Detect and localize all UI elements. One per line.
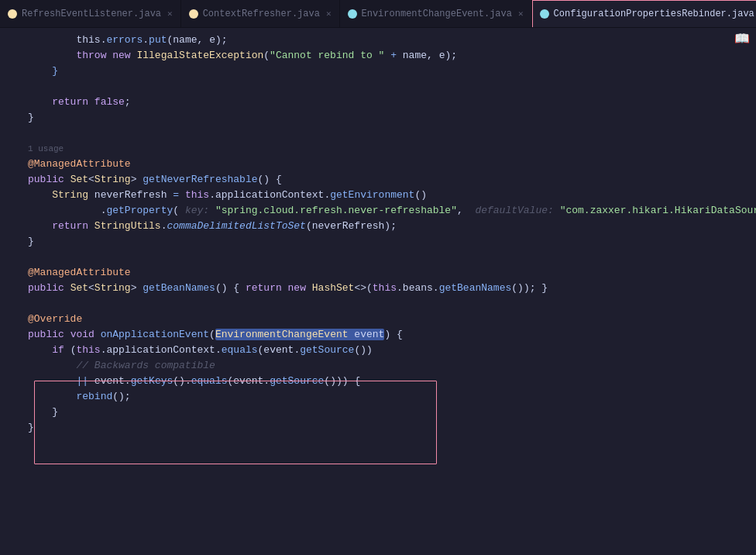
- code-line: public Set<String> getNeverRefreshable()…: [0, 172, 756, 188]
- code-line: [0, 250, 756, 265]
- usage-indicator: 1 usage: [0, 141, 756, 157]
- code-line-or: || event.getKeys().equals(event.getSourc…: [0, 374, 756, 389]
- code-line: this.errors.put(name, e);: [0, 33, 756, 48]
- tab-close-2[interactable]: ✕: [326, 9, 332, 19]
- tab-refresh-event-listener[interactable]: RefreshEventListener.java ✕: [0, 0, 181, 28]
- tab-configuration-properties-rebinder[interactable]: ConfigurationPropertiesRebinder.java ✕: [532, 0, 756, 28]
- tab-label-4: ConfigurationPropertiesRebinder.java: [554, 9, 754, 19]
- tab-icon-4: [540, 9, 549, 19]
- tab-environment-change-event[interactable]: EnvironmentChangeEvent.java ✕: [340, 0, 532, 28]
- code-line: .getProperty( key: "spring.cloud.refresh…: [0, 203, 756, 219]
- editor-container: 📖 this.errors.put(name, e); throw new Il…: [0, 28, 756, 555]
- code-line-comment: // Backwards compatible: [0, 358, 756, 374]
- code-line-if: if (this.applicationContext.equals(event…: [0, 343, 756, 358]
- code-line: }: [0, 110, 756, 126]
- reader-mode-icon[interactable]: 📖: [734, 31, 750, 47]
- code-line: [0, 126, 756, 141]
- code-line: [0, 79, 756, 95]
- code-line-close2: }: [0, 420, 756, 436]
- code-line: String neverRefresh = this.applicationCo…: [0, 188, 756, 203]
- tab-icon-3: [348, 9, 357, 19]
- code-line-getbeannames: public Set<String> getBeanNames() { retu…: [0, 281, 756, 296]
- code-line-rebind: rebind();: [0, 389, 756, 405]
- code-line: return StringUtils.commaDelimitedListToS…: [0, 219, 756, 234]
- tab-context-refresher[interactable]: ContextRefresher.java ✕: [181, 0, 340, 28]
- tab-icon-2: [189, 9, 198, 19]
- tab-label-1: RefreshEventListener.java: [22, 9, 161, 19]
- code-line-annotation2: @ManagedAttribute: [0, 265, 756, 281]
- code-line: return false;: [0, 95, 756, 110]
- code-line-close1: }: [0, 405, 756, 420]
- code-line-override: @Override: [0, 312, 756, 327]
- tab-label-3: EnvironmentChangeEvent.java: [362, 9, 512, 19]
- tab-bar: RefreshEventListener.java ✕ ContextRefre…: [0, 0, 756, 28]
- tab-label-2: ContextRefresher.java: [203, 9, 320, 19]
- code-line-onappevent: public void onApplicationEvent(Environme…: [0, 327, 756, 343]
- code-line: }: [0, 234, 756, 250]
- code-line: [0, 296, 756, 312]
- code-line: }: [0, 64, 756, 79]
- code-line: @ManagedAttribute: [0, 157, 756, 172]
- tab-icon-1: [8, 9, 17, 19]
- tab-close-3[interactable]: ✕: [518, 9, 524, 19]
- code-line: throw new IllegalStateException("Cannot …: [0, 48, 756, 64]
- tab-close-1[interactable]: ✕: [167, 9, 173, 19]
